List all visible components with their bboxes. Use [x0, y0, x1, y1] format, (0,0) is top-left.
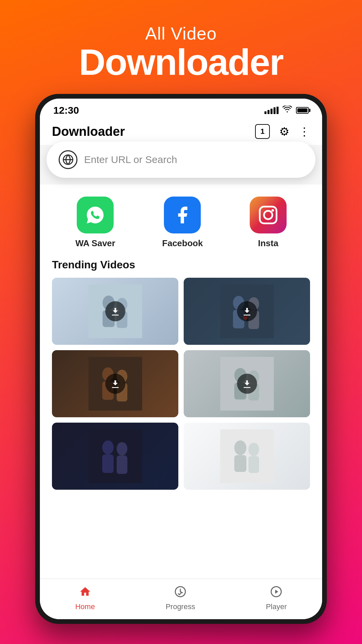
svg-point-28 — [117, 442, 127, 455]
svg-rect-32 — [234, 455, 246, 472]
svg-point-33 — [248, 443, 259, 456]
video-thumb-5[interactable] — [52, 423, 178, 490]
download-btn-4[interactable] — [237, 374, 257, 394]
player-nav-label: Player — [266, 602, 287, 611]
wa-saver-item[interactable]: WA Saver — [75, 197, 115, 249]
instagram-icon — [250, 197, 287, 233]
svg-point-31 — [234, 440, 246, 455]
video-thumb-1[interactable] — [52, 278, 178, 345]
facebook-item[interactable]: Facebook — [162, 197, 203, 249]
trending-title: Trending Videos — [52, 259, 310, 271]
globe-icon — [59, 150, 77, 169]
video-thumb-4[interactable] — [184, 350, 310, 417]
facebook-icon — [164, 197, 201, 233]
trending-section: Trending Videos — [40, 255, 322, 579]
video-thumb-6[interactable] — [184, 423, 310, 490]
signal-icon — [264, 107, 279, 114]
app-bar: Downloader 1 ⚙ ⋮ — [40, 119, 322, 145]
search-input-placeholder: Enter URL or Search — [84, 154, 177, 165]
social-section: WA Saver Facebook — [40, 184, 322, 255]
facebook-label: Facebook — [162, 238, 203, 249]
tab-count-button[interactable]: 1 — [255, 124, 270, 139]
svg-rect-25 — [88, 429, 142, 483]
status-icons — [264, 106, 309, 115]
video-grid: ♥ — [52, 278, 310, 490]
phone-screen: 12:30 — [40, 99, 322, 619]
settings-button[interactable]: ⚙ — [279, 125, 289, 138]
wifi-icon — [283, 106, 292, 115]
svg-point-26 — [102, 440, 114, 454]
player-icon — [270, 586, 282, 600]
svg-rect-1 — [260, 207, 277, 223]
progress-icon — [174, 586, 186, 600]
svg-point-3 — [272, 209, 274, 212]
nav-progress[interactable]: Progress — [166, 586, 195, 611]
download-btn-2[interactable] — [237, 301, 257, 321]
status-bar: 12:30 — [40, 99, 322, 119]
progress-nav-label: Progress — [166, 602, 195, 611]
instagram-item[interactable]: Insta — [250, 197, 287, 249]
whatsapp-icon — [77, 197, 114, 233]
svg-point-2 — [264, 211, 273, 219]
more-options-button[interactable]: ⋮ — [299, 125, 310, 138]
search-bar[interactable]: Enter URL or Search — [47, 142, 315, 178]
svg-rect-27 — [102, 454, 114, 473]
hero-title: Downloader — [79, 44, 283, 80]
app-bar-actions: 1 ⚙ ⋮ — [255, 124, 310, 139]
nav-player[interactable]: Player — [266, 586, 287, 611]
status-time: 12:30 — [53, 105, 79, 116]
svg-marker-37 — [275, 590, 278, 594]
instagram-label: Insta — [258, 238, 279, 249]
svg-rect-30 — [220, 429, 274, 483]
hero-subtitle: All Video — [79, 23, 283, 44]
bottom-nav: Home Progress — [40, 579, 322, 619]
home-nav-label: Home — [75, 602, 95, 611]
video-thumb-2[interactable]: ♥ — [184, 278, 310, 345]
scroll-content: WA Saver Facebook — [40, 184, 322, 579]
nav-home[interactable]: Home — [75, 586, 95, 611]
app-title: Downloader — [52, 124, 125, 139]
battery-icon — [296, 107, 309, 114]
home-icon — [79, 586, 91, 600]
download-btn-1[interactable] — [105, 301, 125, 321]
phone-frame: 12:30 — [35, 94, 327, 624]
download-btn-3[interactable] — [105, 374, 125, 394]
video-thumb-3[interactable] — [52, 350, 178, 417]
svg-rect-29 — [117, 455, 127, 474]
wa-saver-label: WA Saver — [75, 238, 115, 249]
svg-rect-34 — [248, 456, 259, 473]
hero-header: All Video Downloader — [79, 23, 283, 80]
